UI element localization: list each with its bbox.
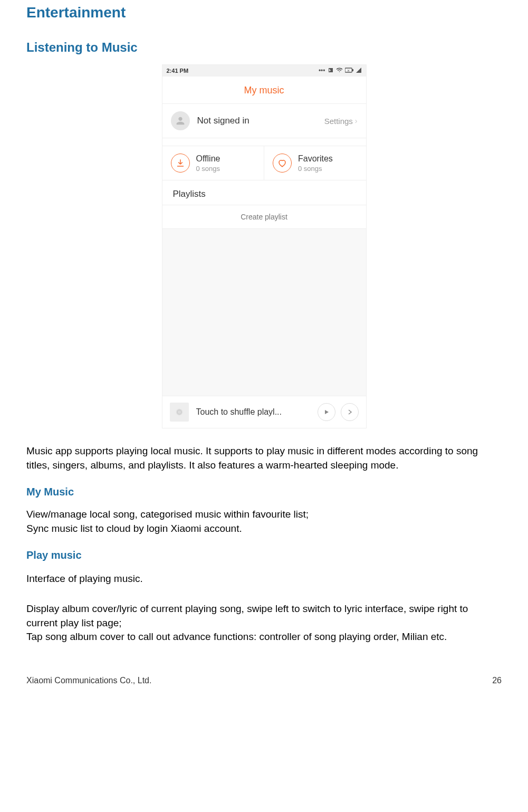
svg-rect-1 xyxy=(352,69,353,71)
battery-icon: ✕ xyxy=(345,67,353,74)
favorites-button[interactable]: Favorites 0 songs xyxy=(264,146,366,180)
play-icon xyxy=(323,409,330,415)
heading-listening-to-music: Listening to Music xyxy=(26,40,502,55)
wifi-icon xyxy=(336,66,343,75)
chevron-right-icon: › xyxy=(355,117,358,125)
page-footer: Xiaomi Communications Co., Ltd. 26 xyxy=(26,676,502,685)
chevron-right-icon xyxy=(347,409,353,415)
offline-button[interactable]: Offline 0 songs xyxy=(162,146,264,180)
heart-icon xyxy=(273,154,292,173)
create-playlist-button[interactable]: Create playlist xyxy=(162,205,366,229)
intro-text: Music app supports playing local music. … xyxy=(26,444,502,472)
settings-link[interactable]: Settings › xyxy=(324,117,358,126)
screenshot-container: 2:41 PM ••• ✕ My music xyxy=(26,64,502,428)
app-title: My music xyxy=(162,77,366,103)
playmusic-line2: Display album cover/lyric of current pla… xyxy=(26,602,502,630)
next-button[interactable] xyxy=(341,403,359,421)
mymusic-line2: Sync music list to cloud by login Xiaomi… xyxy=(26,522,502,536)
svg-text:✕: ✕ xyxy=(347,69,350,72)
playmusic-line1: Interface of playing music. xyxy=(26,572,502,586)
profile-name: Not signed in xyxy=(197,116,324,126)
heading-play-music: Play music xyxy=(26,549,502,561)
offline-count: 0 songs xyxy=(196,165,220,173)
playmusic-line3: Tap song album cover to call out advance… xyxy=(26,630,502,644)
status-icons: ••• ✕ xyxy=(319,66,362,75)
album-art-icon xyxy=(170,403,189,422)
library-shortcuts: Offline 0 songs Favorites 0 songs xyxy=(162,146,366,180)
footer-company: Xiaomi Communications Co., Ltd. xyxy=(26,676,151,685)
phone-screen: 2:41 PM ••• ✕ My music xyxy=(162,64,367,428)
more-icon: ••• xyxy=(319,67,325,74)
signal-icon xyxy=(356,67,362,75)
profile-card: Not signed in Settings › xyxy=(162,103,366,138)
playlists-title: Playlists xyxy=(162,180,366,205)
heading-entertainment: Entertainment xyxy=(26,4,502,21)
profile-row[interactable]: Not signed in Settings › xyxy=(162,104,366,138)
mymusic-line1: View/manage local song, categorised musi… xyxy=(26,508,502,522)
offline-label: Offline xyxy=(196,154,220,164)
settings-label: Settings xyxy=(324,117,353,126)
footer-page-number: 26 xyxy=(492,676,502,685)
status-time: 2:41 PM xyxy=(167,68,189,74)
player-controls xyxy=(318,403,359,421)
favorites-count: 0 songs xyxy=(298,165,333,173)
favorites-label: Favorites xyxy=(298,154,333,164)
now-playing-text: Touch to shuffle playl... xyxy=(196,407,318,417)
avatar xyxy=(171,111,190,130)
nfc-icon xyxy=(328,67,334,75)
status-bar: 2:41 PM ••• ✕ xyxy=(162,65,366,77)
heading-my-music: My Music xyxy=(26,486,502,498)
person-icon xyxy=(175,115,186,127)
now-playing-bar[interactable]: Touch to shuffle playl... xyxy=(162,396,366,428)
empty-space xyxy=(162,229,366,396)
download-icon xyxy=(171,154,190,173)
play-button[interactable] xyxy=(318,403,335,421)
